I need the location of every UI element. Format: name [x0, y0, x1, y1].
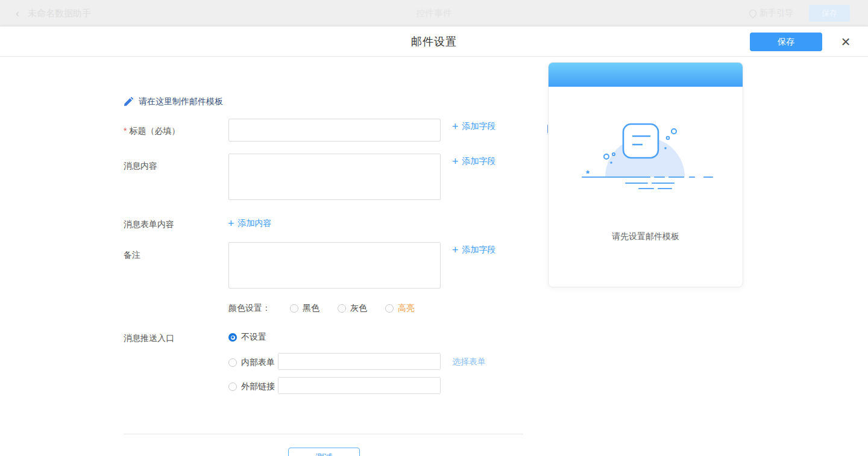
beginner-guide-link[interactable]: 新手引导: [749, 8, 793, 19]
empty-template-illustration: [576, 119, 715, 196]
color-radio-gray[interactable]: 灰色: [338, 303, 367, 314]
internal-form-input[interactable]: [278, 353, 441, 370]
radio-circle-icon: [228, 358, 237, 367]
message-content-textarea[interactable]: [228, 154, 441, 200]
select-form-link[interactable]: 选择表单: [452, 357, 486, 367]
push-radio-internal-form[interactable]: 内部表单: [228, 357, 275, 368]
push-radio-external-link[interactable]: 外部链接: [228, 381, 275, 392]
location-pin-icon: [748, 8, 758, 19]
close-icon[interactable]: ×: [838, 34, 854, 49]
push-radio-none[interactable]: 不设置: [228, 332, 266, 343]
add-field-link-title[interactable]: + 添加字段: [452, 121, 496, 132]
color-settings-label: 颜色设置：: [228, 303, 271, 314]
required-asterisk: *: [124, 126, 127, 136]
app-topbar: ‹ 未命名数据助手 控件事件 新手引导 保存: [0, 0, 868, 27]
radio-circle-icon: [385, 304, 394, 313]
save-button[interactable]: 保存: [750, 33, 822, 51]
preview-card: 请先设置邮件模板: [548, 62, 743, 287]
title-label: *标题（必填）: [124, 126, 180, 137]
form-section-title: 请在这里制作邮件模板: [139, 96, 223, 107]
modal-title: 邮件设置: [0, 27, 868, 57]
remark-textarea[interactable]: [228, 242, 441, 289]
plus-icon: +: [452, 245, 459, 255]
tab-control-events[interactable]: 控件事件: [0, 0, 868, 27]
radio-selected-icon: [228, 333, 237, 342]
email-template-form: 请在这里制作邮件模板 *标题（必填） + 添加字段 消息内容 + 添加字段 消息…: [0, 83, 530, 456]
push-entry-label: 消息推送入口: [124, 333, 174, 344]
external-link-input[interactable]: [278, 377, 441, 394]
preview-card-header: [549, 63, 743, 87]
beginner-guide-label: 新手引导: [760, 8, 793, 19]
radio-circle-icon: [228, 383, 237, 391]
plus-icon: +: [452, 156, 459, 167]
message-content-label: 消息内容: [124, 161, 157, 172]
title-input[interactable]: [228, 119, 441, 142]
form-content-label: 消息表单内容: [124, 219, 174, 230]
add-content-link[interactable]: + 添加内容: [228, 218, 272, 229]
plus-icon: +: [452, 121, 459, 132]
preview-card-body: 请先设置邮件模板: [549, 87, 743, 287]
test-button[interactable]: 测试: [288, 448, 360, 456]
add-field-link-remark[interactable]: + 添加字段: [452, 245, 496, 255]
preview-empty-text: 请先设置邮件模板: [549, 231, 743, 242]
color-radio-black[interactable]: 黑色: [290, 303, 319, 314]
email-settings-screen: ‹ 未命名数据助手 控件事件 新手引导 保存 邮件设置 保存 ×: [0, 0, 868, 456]
form-divider: [124, 434, 523, 434]
color-settings-row: 颜色设置： 黑色 灰色 高亮: [228, 303, 433, 314]
radio-circle-icon: [290, 304, 298, 313]
email-settings-modal: 邮件设置 保存 × 请在这里制作邮件模板 *标题（必填） + 添加字段: [0, 27, 868, 456]
remark-label: 备注: [124, 250, 140, 261]
color-radio-highlight[interactable]: 高亮: [385, 303, 415, 314]
add-field-link-message[interactable]: + 添加字段: [452, 156, 496, 167]
radio-circle-icon: [338, 304, 346, 313]
plus-icon: +: [228, 218, 234, 229]
form-section-header: 请在这里制作邮件模板: [124, 96, 223, 107]
modal-header: 邮件设置 保存 ×: [0, 27, 868, 57]
pencil-icon: [124, 97, 133, 107]
topbar-save-button[interactable]: 保存: [809, 5, 850, 22]
